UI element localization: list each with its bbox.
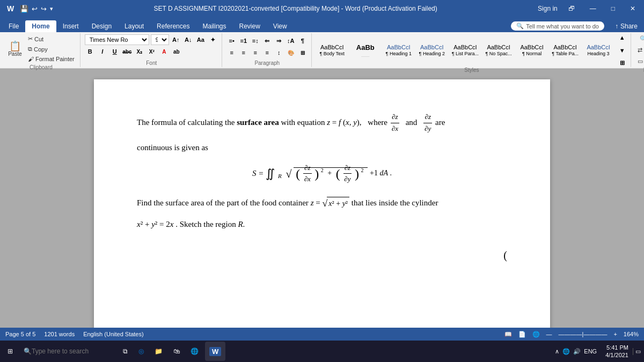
task-view-button[interactable]: ⧉: [119, 342, 132, 361]
bullets-button[interactable]: ≡•: [226, 35, 237, 46]
increase-font-button[interactable]: A↑: [171, 34, 181, 45]
justify-button[interactable]: ≡: [262, 47, 273, 58]
font-group: Times New Ro 9 A↑ A↓ Aa ✦ B I U abc X₂ X…: [82, 33, 222, 67]
network-icon[interactable]: 🌐: [562, 348, 570, 355]
underline-button[interactable]: U: [109, 46, 120, 57]
cut-button[interactable]: ✂ Cut: [26, 34, 77, 43]
increase-indent-button[interactable]: ⇒: [274, 35, 284, 46]
styles-scroll-up[interactable]: ▲: [617, 32, 627, 43]
taskbar-search-input[interactable]: [32, 348, 112, 355]
maximize-button[interactable]: □: [607, 0, 619, 17]
line-spacing-button[interactable]: ↕: [274, 47, 284, 58]
font-size-selector[interactable]: 9: [151, 34, 169, 45]
borders-button[interactable]: ⊞: [297, 47, 308, 58]
styles-content: AaBbCcI ¶ Body Text AaBb ___ AaBbCcI ¶ H…: [316, 34, 627, 66]
surface-area-formula: S = ∬ R √ ( ∂z ∂x ) 2 + ( ∂z ∂y ) 2: [137, 162, 507, 186]
close-button[interactable]: ✕: [626, 0, 640, 17]
italic-button[interactable]: I: [97, 46, 108, 57]
tell-me-placeholder: Tell me what you want to do: [526, 23, 599, 29]
search-button[interactable]: 🔍: [19, 342, 116, 361]
edge-button[interactable]: ◎: [134, 342, 148, 361]
style-heading-1[interactable]: AaBbCcI ¶ Heading 1: [383, 35, 415, 66]
show-desktop-button[interactable]: ▭: [633, 348, 641, 355]
tab-mailings[interactable]: Mailings: [196, 20, 232, 32]
para1-and: and: [406, 118, 419, 127]
language-indicator[interactable]: ENG: [584, 348, 597, 354]
replace-button[interactable]: ⇄ Replace: [635, 46, 644, 55]
store-button[interactable]: 🛍: [169, 342, 184, 361]
print-layout-icon[interactable]: 📄: [518, 331, 526, 338]
page-info: Page 5 of 5: [5, 331, 35, 337]
chevron-icon[interactable]: ∧: [555, 348, 559, 355]
clock[interactable]: 5:41 PM 4/1/2021: [605, 344, 628, 359]
exp-2-dzdx: 2: [321, 167, 324, 173]
start-button[interactable]: ⊞: [3, 342, 17, 361]
subscript-button[interactable]: X₂: [134, 46, 145, 57]
bold-button[interactable]: B: [85, 46, 96, 57]
align-center-button[interactable]: ≡: [238, 47, 249, 58]
styles-scroll-down[interactable]: ▼: [617, 45, 627, 56]
style-default[interactable]: AaBb ___: [349, 35, 382, 66]
highlight-button[interactable]: ab: [171, 46, 182, 57]
styles-expand[interactable]: ⊞: [617, 58, 627, 69]
share-button[interactable]: ↑ Sign in Share: [609, 20, 644, 32]
file-explorer-button[interactable]: 📁: [150, 342, 167, 361]
document-page: The formula of calculating the surface a…: [94, 79, 550, 328]
show-marks-button[interactable]: ¶: [297, 35, 308, 46]
read-mode-icon[interactable]: 📖: [504, 331, 512, 338]
tab-file[interactable]: File: [2, 20, 25, 32]
word-taskbar-button[interactable]: W: [205, 342, 225, 361]
style-normal[interactable]: AaBbCcI ¶ Normal: [516, 35, 548, 66]
numbering-button[interactable]: ≡1: [238, 35, 249, 46]
align-right-button[interactable]: ≡: [250, 47, 261, 58]
web-layout-icon[interactable]: 🌐: [532, 331, 540, 338]
style-heading-2[interactable]: AaBbCcI ¶ Heading 2: [416, 35, 448, 66]
align-left-button[interactable]: ≡: [226, 47, 237, 58]
sign-in-button[interactable]: Sign in: [538, 5, 558, 12]
style-body-text[interactable]: AaBbCcI ¶ Body Text: [316, 35, 348, 66]
tab-review[interactable]: Review: [232, 20, 266, 32]
tab-layout[interactable]: Layout: [118, 20, 150, 32]
paragraph-2: continuous is given as: [137, 141, 507, 154]
tab-design[interactable]: Design: [85, 20, 118, 32]
format-painter-button[interactable]: 🖌 Format Painter: [26, 55, 77, 63]
tab-view[interactable]: View: [267, 20, 294, 32]
decrease-indent-button[interactable]: ⇐: [262, 35, 273, 46]
styles-label: Styles: [464, 66, 479, 73]
paste-button[interactable]: 📋 Paste: [5, 40, 25, 58]
style-no-spacing[interactable]: AaBbCcI ¶ No Spac...: [482, 35, 515, 66]
style-heading-3[interactable]: AaBbCcI Heading 3: [582, 35, 614, 66]
restore-window-icon[interactable]: 🗗: [564, 0, 579, 17]
style-table-para[interactable]: AaBbCcI ¶ Table Pa...: [549, 35, 581, 66]
tab-insert[interactable]: Insert: [56, 20, 85, 32]
font-color-button[interactable]: A: [159, 46, 170, 57]
superscript-button[interactable]: X²: [147, 46, 157, 57]
tell-me-input[interactable]: 🔍 Tell me what you want to do: [511, 21, 604, 31]
format-painter-icon: 🖌: [28, 56, 34, 62]
quick-access-save[interactable]: 💾: [20, 5, 28, 13]
select-button[interactable]: ▭ Select =: [635, 57, 644, 66]
copy-button[interactable]: ⧉ Copy: [26, 45, 77, 54]
shading-button[interactable]: 🎨: [286, 47, 296, 58]
para1-text-start: The formula of calculating the: [137, 118, 237, 127]
tab-home[interactable]: Home: [25, 20, 56, 32]
sort-button[interactable]: ↕A: [286, 35, 296, 46]
styles-group: AaBbCcI ¶ Body Text AaBb ___ AaBbCcI ¶ H…: [313, 33, 631, 67]
style-list-para[interactable]: AaBbCcI ¶ List Para...: [449, 35, 481, 66]
decrease-font-button[interactable]: A↓: [183, 34, 194, 45]
tab-references[interactable]: References: [150, 20, 196, 32]
strikethrough-button[interactable]: abc: [122, 46, 133, 57]
minimize-button[interactable]: —: [586, 0, 601, 17]
find-button[interactable]: 🔍 Find ▾: [638, 34, 644, 43]
multilevel-list-button[interactable]: ≡↕: [250, 35, 261, 46]
taskbar: ⊞ 🔍 ⧉ ◎ 📁 🛍 🌐 W ∧ 🌐 🔊 ENG 5:41 PM 4/1/20…: [0, 341, 644, 362]
font-name-selector[interactable]: Times New Ro: [85, 34, 149, 45]
formula-S: S =: [252, 168, 266, 177]
quick-access-redo[interactable]: ↪: [41, 5, 47, 13]
zoom-slider[interactable]: ————|————: [559, 331, 608, 337]
quick-access-undo[interactable]: ↩: [32, 5, 38, 13]
speaker-icon[interactable]: 🔊: [573, 348, 581, 355]
change-case-button[interactable]: Aa: [195, 34, 206, 45]
clear-formatting-button[interactable]: ✦: [208, 34, 218, 45]
chrome-button[interactable]: 🌐: [186, 342, 203, 361]
